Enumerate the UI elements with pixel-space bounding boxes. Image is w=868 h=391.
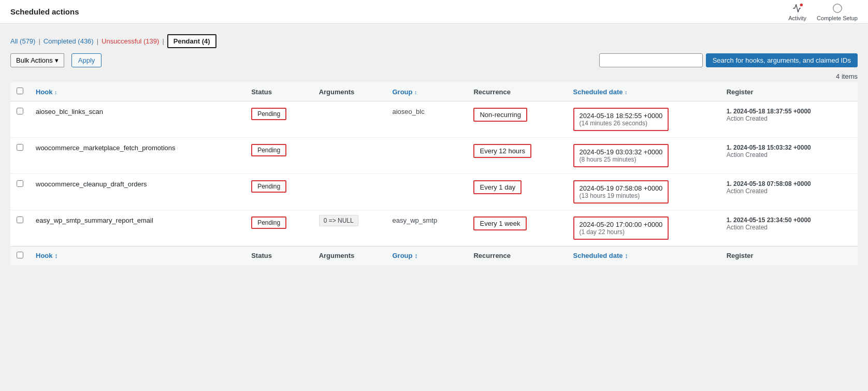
register-entry: 1. 2024-05-18 15:03:32 +0000 Action Crea…: [727, 144, 851, 158]
col-recurrence: Recurrence: [467, 82, 567, 102]
register-num: 1. 2024-05-15 23:34:50 +0000: [727, 216, 811, 224]
top-bar: Scheduled actions Activity Complete Setu…: [0, 0, 868, 24]
argument-badge: 0 => NULL: [319, 215, 358, 226]
register-entry: 1. 2024-05-18 07:58:08 +0000 Action Crea…: [727, 180, 851, 195]
col-hook[interactable]: Hook ↕: [30, 82, 245, 102]
col-register: Register: [720, 82, 858, 102]
table-row: woocommerce_cleanup_draft_ordersPendingE…: [10, 174, 858, 210]
col-status: Status: [245, 82, 313, 102]
group-sort-icon-footer: ↕: [414, 252, 418, 259]
col-group-footer[interactable]: Group ↕: [386, 247, 468, 266]
status-badge: Pending: [251, 108, 286, 120]
hook-name: easy_wp_smtp_summary_report_email: [36, 216, 153, 224]
activity-button[interactable]: Activity: [788, 3, 806, 21]
tab-pending[interactable]: Pendant (4): [167, 34, 216, 48]
group-value: aioseo_blc: [393, 108, 425, 115]
filter-left: Bulk Actions ▾ Apply: [10, 53, 102, 67]
register-entry: 1. 2024-05-15 23:34:50 +0000 Action Crea…: [727, 216, 851, 231]
hook-sort-icon: ↕: [54, 90, 57, 95]
chevron-down-icon: ▾: [55, 56, 59, 64]
tab-unsuccessful[interactable]: Unsuccessful (139): [102, 37, 159, 45]
scheduled-date-main: 2024-05-19 07:58:08 +0000: [580, 184, 663, 192]
status-badge: Pending: [251, 216, 286, 229]
hook-sort-icon-footer: ↕: [54, 252, 58, 259]
scheduled-date-sort-icon-footer: ↕: [625, 252, 628, 259]
scheduled-date-relative: (14 minutes 26 seconds): [580, 120, 663, 127]
table-header-row: Hook ↕ Status Arguments Group ↕ Recurren…: [10, 82, 858, 102]
tab-sep-3: |: [162, 37, 164, 45]
status-badge: Pending: [251, 180, 286, 193]
hook-name: aioseo_blc_links_scan: [36, 108, 103, 115]
hook-name: woocommerce_cleanup_draft_orders: [36, 180, 147, 188]
table-row: woocommerce_marketplace_fetch_promotions…: [10, 138, 858, 174]
complete-setup-button[interactable]: Complete Setup: [817, 3, 858, 21]
scheduled-date-main: 2024-05-18 18:52:55 +0000: [580, 112, 663, 120]
items-count: 4 items: [10, 73, 858, 80]
register-label: Action Created: [727, 151, 768, 158]
actions-table: Hook ↕ Status Arguments Group ↕ Recurren…: [10, 82, 858, 265]
bulk-actions-wrapper: Bulk Actions ▾: [10, 53, 64, 67]
scheduled-date-badge: 2024-05-19 07:58:08 +0000 (13 hours 19 m…: [573, 180, 669, 204]
complete-setup-icon: [832, 3, 843, 14]
row-checkbox-0[interactable]: [17, 108, 23, 114]
register-num: 1. 2024-05-18 07:58:08 +0000: [727, 180, 811, 187]
col-arguments: Arguments: [313, 82, 386, 102]
table-row: aioseo_blc_links_scanPendingaioseo_blcNo…: [10, 102, 858, 138]
activity-label: Activity: [788, 15, 806, 21]
register-label: Action Created: [727, 187, 768, 195]
table-row: easy_wp_smtp_summary_report_emailPending…: [10, 210, 858, 247]
register-num: 1. 2024-05-18 18:37:55 +0000: [727, 108, 811, 115]
recurrence-badge: Every 1 day: [473, 180, 522, 194]
table-body: aioseo_blc_links_scanPendingaioseo_blcNo…: [10, 102, 858, 247]
svg-point-1: [833, 4, 842, 12]
col-group[interactable]: Group ↕: [386, 82, 468, 102]
col-scheduled-date[interactable]: Scheduled date ↕: [567, 82, 720, 102]
bulk-actions-button[interactable]: Bulk Actions ▾: [10, 53, 64, 67]
scheduled-date-badge: 2024-05-20 17:00:00 +0000 (1 day 22 hour…: [573, 216, 669, 240]
col-status-footer: Status: [245, 247, 313, 266]
row-checkbox-1[interactable]: [17, 144, 23, 151]
recurrence-badge: Non-recurring: [473, 108, 527, 122]
tab-sep-1: |: [38, 37, 40, 45]
col-scheduled-date-footer[interactable]: Scheduled date ↕: [567, 247, 720, 266]
filter-row: Bulk Actions ▾ Apply Search for hooks, a…: [10, 53, 858, 67]
col-hook-footer[interactable]: Hook ↕: [30, 247, 245, 266]
hook-name: woocommerce_marketplace_fetch_promotions: [36, 144, 176, 152]
select-all-checkbox[interactable]: [17, 88, 23, 94]
apply-button[interactable]: Apply: [71, 53, 102, 67]
register-entry: 1. 2024-05-18 18:37:55 +0000 Action Crea…: [727, 108, 851, 122]
row-checkbox-3[interactable]: [17, 216, 23, 223]
row-checkbox-2[interactable]: [17, 180, 23, 187]
activity-icon: [792, 3, 803, 14]
scheduled-date-relative: (1 day 22 hours): [580, 228, 663, 236]
tab-sep-2: |: [97, 37, 98, 45]
recurrence-badge: Every 1 week: [473, 216, 526, 230]
search-input[interactable]: [599, 53, 703, 67]
register-label: Action Created: [727, 224, 768, 231]
register-label: Action Created: [727, 115, 768, 122]
tab-completed[interactable]: Completed (436): [44, 37, 94, 45]
complete-setup-label: Complete Setup: [817, 15, 858, 21]
group-sort-icon: ↕: [414, 90, 417, 95]
scheduled-date-sort-icon: ↕: [625, 90, 627, 95]
page-content: All (579) | Completed (436) | Unsuccessf…: [0, 24, 868, 276]
tab-all[interactable]: All (579): [10, 37, 35, 45]
top-bar-actions: Activity Complete Setup: [788, 3, 858, 21]
status-badge: Pending: [251, 144, 286, 156]
recurrence-badge: Every 12 hours: [473, 144, 531, 158]
col-arguments-footer: Arguments: [313, 247, 386, 266]
scheduled-date-relative: (8 hours 25 minutes): [580, 156, 663, 163]
group-value: easy_wp_smtp: [393, 216, 438, 224]
col-register-footer: Register: [720, 247, 858, 266]
search-button[interactable]: Search for hooks, arguments, and claimed…: [706, 53, 858, 67]
tabs-bar: All (579) | Completed (436) | Unsuccessf…: [10, 34, 858, 48]
scheduled-date-main: 2024-05-19 03:03:32 +0000: [580, 148, 663, 156]
register-num: 1. 2024-05-18 15:03:32 +0000: [727, 144, 811, 151]
scheduled-date-relative: (13 hours 19 minutes): [580, 192, 663, 199]
table-footer-row: Hook ↕ Status Arguments Group ↕ Recurren…: [10, 247, 858, 266]
svg-point-0: [800, 3, 803, 6]
scheduled-date-main: 2024-05-20 17:00:00 +0000: [580, 221, 663, 228]
scheduled-date-badge: 2024-05-18 18:52:55 +0000 (14 minutes 26…: [573, 108, 669, 131]
page-title: Scheduled actions: [10, 7, 79, 16]
select-all-footer-checkbox[interactable]: [17, 252, 23, 258]
